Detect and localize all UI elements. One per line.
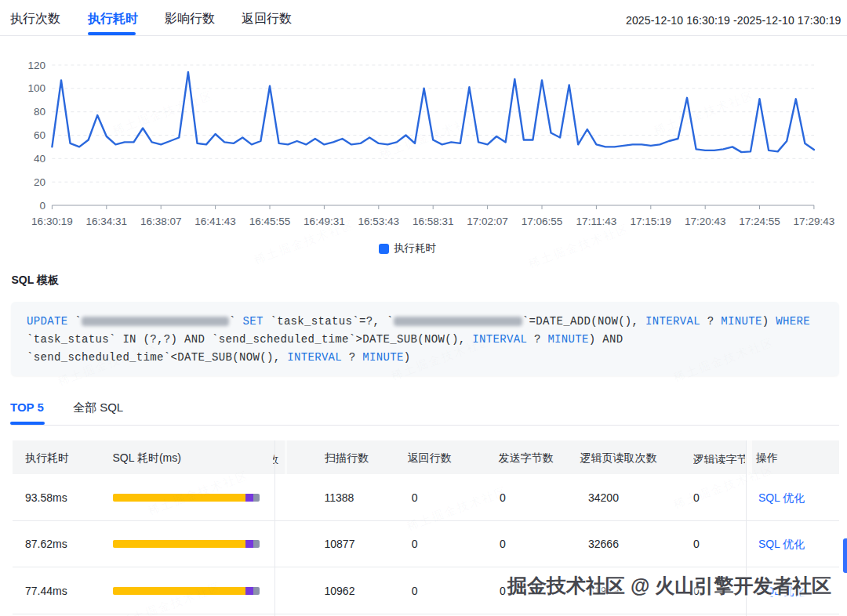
svg-text:16:30:19: 16:30:19 [31, 216, 73, 227]
svg-text:100: 100 [27, 82, 45, 94]
svg-text:17:20:43: 17:20:43 [685, 216, 726, 227]
svg-text:16:45:55: 16:45:55 [249, 216, 291, 227]
svg-text:20: 20 [34, 176, 45, 188]
svg-text:40: 40 [34, 153, 45, 165]
svg-text:60: 60 [34, 129, 45, 141]
svg-text:16:41:43: 16:41:43 [194, 216, 236, 227]
svg-text:16:58:31: 16:58:31 [413, 216, 454, 227]
svg-text:80: 80 [34, 106, 45, 118]
svg-text:120: 120 [27, 60, 45, 71]
svg-text:17:06:55: 17:06:55 [522, 216, 563, 227]
svg-text:17:24:55: 17:24:55 [739, 216, 780, 227]
svg-text:0: 0 [39, 200, 45, 212]
svg-text:17:02:07: 17:02:07 [467, 216, 508, 227]
svg-text:16:38:07: 16:38:07 [140, 216, 182, 227]
svg-text:16:53:43: 16:53:43 [358, 216, 400, 227]
svg-text:17:11:43: 17:11:43 [576, 216, 617, 227]
svg-text:16:34:31: 16:34:31 [86, 216, 128, 227]
svg-text:17:29:43: 17:29:43 [794, 216, 835, 227]
svg-text:17:15:19: 17:15:19 [631, 216, 672, 227]
